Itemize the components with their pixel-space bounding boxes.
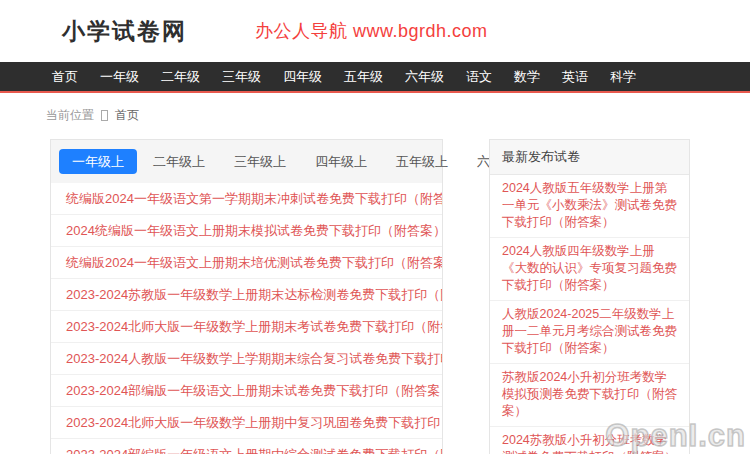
paper-link[interactable]: 2023-2024部编版一年级语文上册期中综合测试卷免费下载打印（附答案） — [51, 439, 442, 454]
nav-item[interactable]: 五年级 — [333, 62, 394, 91]
grade-tab[interactable]: 一年级上 — [59, 149, 137, 174]
nav-item[interactable]: 六年级 — [394, 62, 455, 91]
paper-link[interactable]: 2023-2024北师大版一年级数学上册期中复习巩固卷免费下载打印（附答案） — [51, 407, 442, 438]
nav-item[interactable]: 二年级 — [150, 62, 211, 91]
list-item: 2023-2024部编版一年级语文上册期末试卷免费下载打印（附答案） — [51, 375, 442, 407]
list-item: 2023-2024北师大版一年级数学上册期末考试卷免费下载打印（附答案） — [51, 311, 442, 343]
nav-item[interactable]: 英语 — [551, 62, 599, 91]
paper-link[interactable]: 苏教版2024小升初分班考数学模拟预测卷免费下载打印（附答案） — [490, 364, 689, 426]
grade-tab[interactable]: 五年级上 — [383, 149, 461, 174]
paper-link[interactable]: 2023-2024人教版一年级数学上学期期末综合复习试卷免费下载打印（附答案） — [51, 343, 442, 374]
list-item: 2024苏教版小升初分班考数学测试卷免费下载打印（附答案） — [490, 427, 689, 454]
paper-link[interactable]: 统编版2024一年级语文第一学期期末冲刺试卷免费下载打印（附答案） — [51, 183, 442, 214]
grade-tab[interactable]: 三年级上 — [221, 149, 299, 174]
list-item: 2023-2024人教版一年级数学上学期期末综合复习试卷免费下载打印（附答案） — [51, 343, 442, 375]
list-item: 统编版2024一年级语文上册期末培优测试卷免费下载打印（附答案） — [51, 247, 442, 279]
grade-tab[interactable]: 二年级上 — [140, 149, 218, 174]
nav-item[interactable]: 首页 — [41, 62, 89, 91]
nav-item[interactable]: 数学 — [503, 62, 551, 91]
site-header: 小学试卷网 办公人导航 www.bgrdh.com — [0, 0, 750, 62]
grade-tab[interactable]: 四年级上 — [302, 149, 380, 174]
list-item: 2024统编版一年级语文上册期末模拟试卷免费下载打印（附答案） — [51, 215, 442, 247]
list-item: 2023-2024苏教版一年级数学上册期末达标检测卷免费下载打印（附答案） — [51, 279, 442, 311]
breadcrumb-label: 当前位置 — [46, 107, 94, 124]
promo-link[interactable]: 办公人导航 www.bgrdh.com — [255, 19, 488, 43]
content-area: 一年级上二年级上三年级上四年级上五年级上六年级上 统编版2024一年级语文第一学… — [50, 139, 750, 454]
main-nav: 首页一年级二年级三年级四年级五年级六年级语文数学英语科学 — [0, 62, 750, 93]
paper-link[interactable]: 统编版2024一年级语文上册期末培优测试卷免费下载打印（附答案） — [51, 247, 442, 278]
paper-link[interactable]: 2024统编版一年级语文上册期末模拟试卷免费下载打印（附答案） — [51, 215, 442, 246]
latest-papers-list: 2024人教版五年级数学上册第一单元《小数乘法》测试卷免费下载打印（附答案） 2… — [490, 175, 689, 454]
list-item: 2023-2024部编版一年级语文上册期中综合测试卷免费下载打印（附答案） — [51, 439, 442, 454]
list-item: 人教版2024-2025二年级数学上册一二单元月考综合测试卷免费下载打印（附答案… — [490, 301, 689, 364]
list-item: 统编版2024一年级语文第一学期期末冲刺试卷免费下载打印（附答案） — [51, 183, 442, 215]
list-item: 2024人教版四年级数学上册《大数的认识》专项复习题免费下载打印（附答案） — [490, 238, 689, 301]
nav-item[interactable]: 科学 — [599, 62, 647, 91]
list-item: 苏教版2024小升初分班考数学模拟预测卷免费下载打印（附答案） — [490, 364, 689, 427]
paper-link[interactable]: 2023-2024部编版一年级语文上册期末试卷免费下载打印（附答案） — [51, 375, 442, 406]
list-item: 2024人教版五年级数学上册第一单元《小数乘法》测试卷免费下载打印（附答案） — [490, 175, 689, 238]
site-logo[interactable]: 小学试卷网 — [62, 16, 187, 47]
breadcrumb-separator-icon — [101, 110, 108, 121]
nav-item[interactable]: 一年级 — [89, 62, 150, 91]
paper-list-panel: 一年级上二年级上三年级上四年级上五年级上六年级上 统编版2024一年级语文第一学… — [50, 139, 443, 454]
paper-link[interactable]: 2023-2024苏教版一年级数学上册期末达标检测卷免费下载打印（附答案） — [51, 279, 442, 310]
paper-link[interactable]: 2023-2024北师大版一年级数学上册期末考试卷免费下载打印（附答案） — [51, 311, 442, 342]
grade-tabbar: 一年级上二年级上三年级上四年级上五年级上六年级上 — [51, 140, 442, 183]
nav-item[interactable]: 语文 — [455, 62, 503, 91]
latest-papers-title: 最新发布试卷 — [490, 140, 689, 175]
nav-item[interactable]: 四年级 — [272, 62, 333, 91]
paper-link[interactable]: 2024人教版四年级数学上册《大数的认识》专项复习题免费下载打印（附答案） — [490, 238, 689, 300]
breadcrumb: 当前位置 首页 — [46, 107, 750, 124]
latest-papers-panel: 最新发布试卷 2024人教版五年级数学上册第一单元《小数乘法》测试卷免费下载打印… — [489, 139, 690, 454]
paper-link[interactable]: 2024人教版五年级数学上册第一单元《小数乘法》测试卷免费下载打印（附答案） — [490, 175, 689, 237]
list-item: 2023-2024北师大版一年级数学上册期中复习巩固卷免费下载打印（附答案） — [51, 407, 442, 439]
breadcrumb-home-link[interactable]: 首页 — [115, 107, 139, 124]
nav-item[interactable]: 三年级 — [211, 62, 272, 91]
paper-link[interactable]: 2024苏教版小升初分班考数学测试卷免费下载打印（附答案） — [490, 427, 689, 454]
paper-list: 统编版2024一年级语文第一学期期末冲刺试卷免费下载打印（附答案） 2024统编… — [51, 183, 442, 454]
paper-link[interactable]: 人教版2024-2025二年级数学上册一二单元月考综合测试卷免费下载打印（附答案… — [490, 301, 689, 363]
